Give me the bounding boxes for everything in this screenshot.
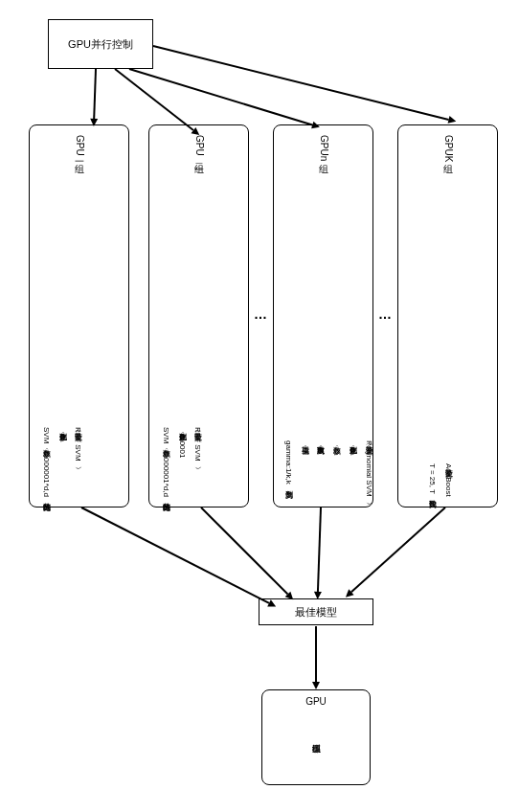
groupN-params: gamma:1/k,k为类别数 偏置项：0 最高次项次数：3 核参数： 正则化参…: [282, 440, 374, 497]
gpu-train-box: GPU 训练模型: [261, 689, 371, 785]
controller-box: GPU并行控制: [48, 19, 153, 69]
group2-params: SVM核参数：0.000001*d,d为特征的维数 正则化参数：0.0001 交…: [159, 427, 203, 497]
gpu-group-2: GPU组二 SVM核参数：0.000001*d,d为特征的维数 正则化参数：0.…: [148, 124, 249, 508]
group2-title: GPU组二: [192, 135, 206, 156]
best-label: 最佳模型: [295, 605, 337, 620]
gpu-group-n: GPU组n gamma:1/k,k为类别数 偏置项：0 最高次项次数：3 核参数…: [273, 124, 373, 508]
group1-title: GPU组一: [73, 135, 86, 156]
gpu-group-k: GPU组K T = 25, T为轮次数目 交叉验证AdaBoost: [397, 124, 498, 508]
dots-1: …: [254, 306, 269, 322]
group1-params: SVM核参数：0.000001*d,d为特征的维数 正则化参数：0 交叉验证（R…: [39, 427, 83, 497]
controller-title: GPU并行控制: [68, 37, 133, 52]
groupK-title: GPU组K: [441, 135, 455, 162]
groupN-title: GPU组n: [317, 135, 330, 161]
groupK-params: T = 25, T为轮次数目 交叉验证AdaBoost: [425, 463, 454, 497]
dots-2: …: [378, 306, 394, 322]
gpu-group-1: GPU组一 SVM核参数：0.000001*d,d为特征的维数 正则化参数：0 …: [29, 124, 129, 508]
